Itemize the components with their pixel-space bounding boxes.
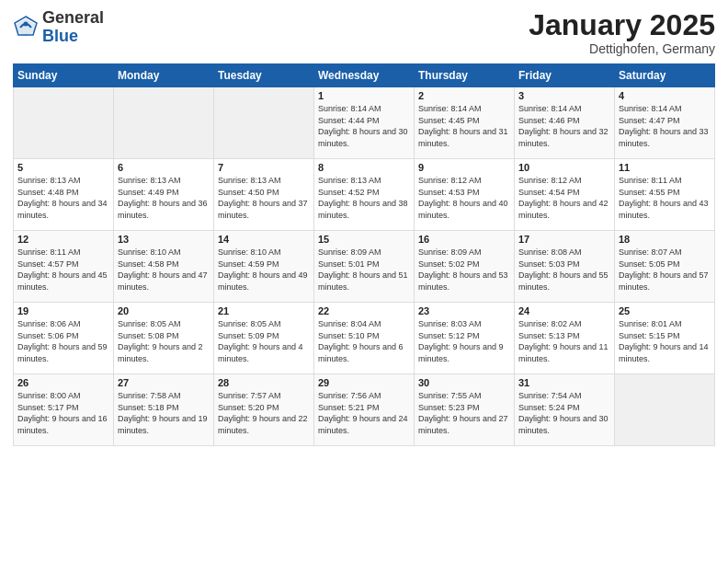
day-info: Sunrise: 8:14 AM Sunset: 4:45 PM Dayligh… (418, 103, 510, 149)
calendar-cell (214, 87, 314, 159)
day-info: Sunrise: 8:06 AM Sunset: 5:06 PM Dayligh… (17, 318, 109, 364)
day-number: 9 (418, 162, 510, 173)
day-number: 30 (418, 377, 510, 388)
day-number: 7 (218, 162, 310, 173)
header: General Blue January 2025 Dettighofen, G… (13, 9, 715, 56)
calendar-cell: 8Sunrise: 8:13 AM Sunset: 4:52 PM Daylig… (314, 159, 415, 231)
location: Dettighofen, Germany (529, 41, 715, 56)
day-info: Sunrise: 7:57 AM Sunset: 5:20 PM Dayligh… (218, 390, 310, 436)
calendar-cell (615, 374, 715, 446)
day-info: Sunrise: 8:09 AM Sunset: 5:02 PM Dayligh… (418, 247, 510, 293)
day-number: 8 (318, 162, 410, 173)
day-number: 1 (318, 90, 410, 101)
day-info: Sunrise: 8:14 AM Sunset: 4:44 PM Dayligh… (318, 103, 410, 149)
day-number: 23 (418, 305, 510, 316)
svg-marker-0 (17, 18, 35, 37)
day-info: Sunrise: 8:12 AM Sunset: 4:53 PM Dayligh… (418, 175, 510, 221)
day-info: Sunrise: 7:54 AM Sunset: 5:24 PM Dayligh… (518, 390, 610, 436)
day-info: Sunrise: 8:12 AM Sunset: 4:54 PM Dayligh… (518, 175, 610, 221)
logo: General Blue (13, 9, 104, 46)
day-info: Sunrise: 8:04 AM Sunset: 5:10 PM Dayligh… (318, 318, 410, 364)
calendar-cell: 28Sunrise: 7:57 AM Sunset: 5:20 PM Dayli… (214, 374, 314, 446)
day-info: Sunrise: 8:13 AM Sunset: 4:49 PM Dayligh… (118, 175, 210, 221)
day-info: Sunrise: 8:10 AM Sunset: 4:58 PM Dayligh… (118, 247, 210, 293)
day-number: 6 (118, 162, 210, 173)
calendar-week-row: 19Sunrise: 8:06 AM Sunset: 5:06 PM Dayli… (14, 303, 715, 374)
calendar-cell: 25Sunrise: 8:01 AM Sunset: 5:15 PM Dayli… (615, 303, 715, 374)
day-number: 2 (418, 90, 510, 101)
calendar-cell: 11Sunrise: 8:11 AM Sunset: 4:55 PM Dayli… (615, 159, 715, 231)
day-info: Sunrise: 7:55 AM Sunset: 5:23 PM Dayligh… (418, 390, 510, 436)
calendar-cell: 9Sunrise: 8:12 AM Sunset: 4:53 PM Daylig… (415, 159, 515, 231)
day-info: Sunrise: 8:10 AM Sunset: 4:59 PM Dayligh… (218, 247, 310, 293)
calendar-cell: 23Sunrise: 8:03 AM Sunset: 5:12 PM Dayli… (415, 303, 515, 374)
calendar-cell: 29Sunrise: 7:56 AM Sunset: 5:21 PM Dayli… (314, 374, 415, 446)
logo-general: General (42, 9, 104, 28)
weekday-header: Wednesday (314, 64, 415, 87)
day-number: 10 (518, 162, 610, 173)
calendar-cell: 7Sunrise: 8:13 AM Sunset: 4:50 PM Daylig… (214, 159, 314, 231)
day-number: 29 (318, 377, 410, 388)
day-number: 19 (17, 305, 109, 316)
day-info: Sunrise: 8:13 AM Sunset: 4:52 PM Dayligh… (318, 175, 410, 221)
calendar-cell: 22Sunrise: 8:04 AM Sunset: 5:10 PM Dayli… (314, 303, 415, 374)
day-number: 3 (518, 90, 610, 101)
day-info: Sunrise: 8:13 AM Sunset: 4:50 PM Dayligh… (218, 175, 310, 221)
calendar-week-row: 26Sunrise: 8:00 AM Sunset: 5:17 PM Dayli… (14, 374, 715, 446)
calendar-cell: 13Sunrise: 8:10 AM Sunset: 4:58 PM Dayli… (114, 231, 214, 303)
calendar-week-row: 5Sunrise: 8:13 AM Sunset: 4:48 PM Daylig… (14, 159, 715, 231)
day-number: 12 (17, 234, 109, 245)
day-number: 28 (218, 377, 310, 388)
calendar-cell: 21Sunrise: 8:05 AM Sunset: 5:09 PM Dayli… (214, 303, 314, 374)
day-number: 21 (218, 305, 310, 316)
day-info: Sunrise: 8:11 AM Sunset: 4:57 PM Dayligh… (17, 247, 109, 293)
day-number: 17 (518, 234, 610, 245)
calendar-cell: 14Sunrise: 8:10 AM Sunset: 4:59 PM Dayli… (214, 231, 314, 303)
calendar-cell: 16Sunrise: 8:09 AM Sunset: 5:02 PM Dayli… (415, 231, 515, 303)
calendar-cell: 15Sunrise: 8:09 AM Sunset: 5:01 PM Dayli… (314, 231, 415, 303)
svg-point-2 (24, 21, 28, 26)
day-info: Sunrise: 8:14 AM Sunset: 4:46 PM Dayligh… (518, 103, 610, 149)
day-info: Sunrise: 8:05 AM Sunset: 5:08 PM Dayligh… (118, 318, 210, 364)
calendar-cell: 10Sunrise: 8:12 AM Sunset: 4:54 PM Dayli… (515, 159, 615, 231)
month-title: January 2025 (529, 9, 715, 41)
day-info: Sunrise: 8:05 AM Sunset: 5:09 PM Dayligh… (218, 318, 310, 364)
weekday-header: Friday (515, 64, 615, 87)
day-info: Sunrise: 8:03 AM Sunset: 5:12 PM Dayligh… (418, 318, 510, 364)
title-block: January 2025 Dettighofen, Germany (529, 9, 715, 56)
day-number: 15 (318, 234, 410, 245)
day-number: 5 (17, 162, 109, 173)
day-info: Sunrise: 8:00 AM Sunset: 5:17 PM Dayligh… (17, 390, 109, 436)
calendar-cell: 27Sunrise: 7:58 AM Sunset: 5:18 PM Dayli… (114, 374, 214, 446)
day-info: Sunrise: 8:01 AM Sunset: 5:15 PM Dayligh… (619, 318, 711, 364)
day-info: Sunrise: 7:56 AM Sunset: 5:21 PM Dayligh… (318, 390, 410, 436)
day-number: 20 (118, 305, 210, 316)
calendar-cell: 26Sunrise: 8:00 AM Sunset: 5:17 PM Dayli… (14, 374, 114, 446)
calendar-cell (114, 87, 214, 159)
calendar-cell: 20Sunrise: 8:05 AM Sunset: 5:08 PM Dayli… (114, 303, 214, 374)
logo-text: General Blue (42, 9, 104, 46)
page-container: General Blue January 2025 Dettighofen, G… (0, 0, 728, 563)
day-info: Sunrise: 8:07 AM Sunset: 5:05 PM Dayligh… (619, 247, 711, 293)
weekday-header: Monday (114, 64, 214, 87)
calendar-cell: 17Sunrise: 8:08 AM Sunset: 5:03 PM Dayli… (515, 231, 615, 303)
calendar-cell: 5Sunrise: 8:13 AM Sunset: 4:48 PM Daylig… (14, 159, 114, 231)
calendar-cell: 19Sunrise: 8:06 AM Sunset: 5:06 PM Dayli… (14, 303, 114, 374)
weekday-header: Tuesday (214, 64, 314, 87)
day-number: 11 (619, 162, 711, 173)
logo-icon (13, 15, 39, 40)
calendar-week-row: 12Sunrise: 8:11 AM Sunset: 4:57 PM Dayli… (14, 231, 715, 303)
calendar-cell: 12Sunrise: 8:11 AM Sunset: 4:57 PM Dayli… (14, 231, 114, 303)
calendar-cell (14, 87, 114, 159)
calendar-cell: 1Sunrise: 8:14 AM Sunset: 4:44 PM Daylig… (314, 87, 415, 159)
calendar-cell: 31Sunrise: 7:54 AM Sunset: 5:24 PM Dayli… (515, 374, 615, 446)
day-info: Sunrise: 8:13 AM Sunset: 4:48 PM Dayligh… (17, 175, 109, 221)
day-info: Sunrise: 8:09 AM Sunset: 5:01 PM Dayligh… (318, 247, 410, 293)
day-number: 27 (118, 377, 210, 388)
calendar-cell: 3Sunrise: 8:14 AM Sunset: 4:46 PM Daylig… (515, 87, 615, 159)
day-number: 31 (518, 377, 610, 388)
day-info: Sunrise: 7:58 AM Sunset: 5:18 PM Dayligh… (118, 390, 210, 436)
day-number: 25 (619, 305, 711, 316)
calendar-cell: 6Sunrise: 8:13 AM Sunset: 4:49 PM Daylig… (114, 159, 214, 231)
weekday-header: Sunday (14, 64, 114, 87)
